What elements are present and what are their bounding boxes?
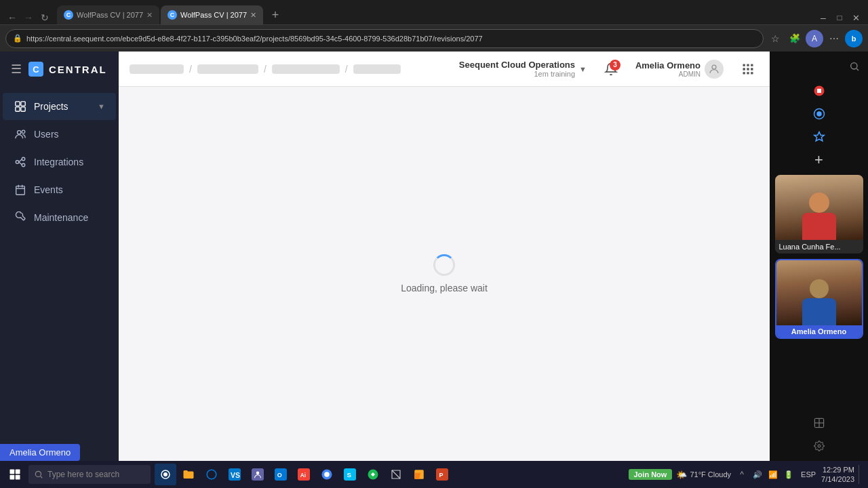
panel-add-button[interactable]: + [810, 150, 829, 169]
taskbar-right: Join Now 🌤️ 71°F Cloudy ^ 🔊 📶 🔋 ESP 12:2… [629, 465, 866, 485]
breadcrumb-sep-2: / [264, 64, 267, 75]
integrations-icon [14, 155, 27, 169]
taskbar-app-teams[interactable] [247, 464, 269, 485]
taskbar-app-acrobat[interactable]: Ai [293, 464, 315, 485]
svg-rect-22 [743, 72, 745, 74]
tray-icon-1[interactable]: ^ [735, 468, 749, 481]
taskbar-badge[interactable]: Join Now [629, 469, 673, 480]
svg-line-40 [41, 476, 43, 479]
taskbar-app-music[interactable] [362, 464, 384, 485]
svg-rect-35 [10, 470, 15, 474]
notification-badge: 3 [610, 60, 620, 70]
svg-text:Ai: Ai [300, 472, 306, 479]
taskbar-app-store[interactable]: S [339, 464, 361, 485]
sidebar-menu-toggle[interactable]: ☰ [11, 62, 22, 77]
brand-title: CENTRAL [49, 64, 107, 75]
maximize-button[interactable]: □ [833, 11, 846, 24]
user-role: ADMIN [679, 70, 701, 78]
svg-text:O: O [277, 472, 282, 479]
taskbar-app-powerpoint[interactable]: P [431, 464, 453, 485]
svg-point-42 [163, 472, 167, 476]
sidebar-item-integrations[interactable]: Integrations [3, 148, 116, 176]
apps-grid-button[interactable] [737, 58, 759, 80]
taskbar-app-cortana[interactable] [155, 464, 176, 485]
panel-icon-2[interactable] [810, 104, 829, 123]
address-bar[interactable]: 🔒 https://central.seequent.com/ebce9d5d-… [5, 29, 764, 48]
svg-rect-21 [751, 68, 753, 70]
show-desktop-button[interactable] [859, 465, 863, 484]
users-icon [14, 127, 27, 141]
taskbar-app-sticky[interactable] [408, 464, 430, 485]
tab-2[interactable]: C WolfPass CV | 2077 ✕ [161, 5, 263, 24]
tab-1[interactable]: C WolfPass CV | 2077 ✕ [57, 5, 159, 24]
sidebar-item-events[interactable]: Events [3, 176, 116, 203]
svg-rect-0 [16, 102, 20, 106]
tab-close-1[interactable]: ✕ [146, 11, 153, 20]
sidebar-item-projects[interactable]: Projects ▼ [3, 93, 116, 120]
tray-icon-network[interactable]: 🔊 [751, 468, 764, 481]
integrations-label: Integrations [34, 157, 83, 167]
close-button[interactable]: ✕ [849, 11, 863, 24]
svg-rect-20 [747, 68, 749, 70]
tray-icon-battery[interactable]: 🔋 [782, 468, 795, 481]
maintenance-label: Maintenance [34, 212, 88, 223]
events-icon [14, 183, 27, 197]
projects-icon [14, 100, 27, 113]
panel-icon-3[interactable] [810, 127, 829, 146]
luana-name: Luana Cunha Fe... [775, 240, 863, 253]
bing-icon[interactable]: b [845, 30, 863, 47]
tab-title-1: WolfPass CV | 2077 [77, 11, 143, 19]
taskbar-apps: VS O Ai S P [155, 464, 453, 485]
svg-text:VS: VS [231, 471, 240, 479]
profile-icon[interactable]: A [806, 30, 823, 47]
panel-icon-1[interactable] [810, 81, 829, 100]
panel-settings-icon[interactable] [810, 436, 829, 455]
lang-indicator[interactable]: ESP [800, 470, 817, 479]
taskbar-app-vscode[interactable]: VS [224, 464, 245, 485]
tab-favicon-1: C [64, 10, 73, 20]
svg-rect-3 [21, 107, 25, 111]
loading-text: Loading, please wait [401, 283, 488, 293]
svg-rect-23 [747, 72, 749, 74]
taskbar-app-outlook[interactable]: O [270, 464, 292, 485]
taskbar-app-files[interactable] [178, 464, 199, 485]
refresh-button[interactable]: ↻ [38, 11, 52, 24]
svg-rect-38 [16, 475, 20, 480]
svg-point-15 [712, 65, 716, 69]
more-options-icon[interactable]: ⋯ [825, 30, 843, 47]
bookmark-icon[interactable]: ☆ [766, 30, 784, 47]
taskbar-search[interactable]: Type here to search [28, 465, 151, 484]
date-display: 7/14/2023 [821, 474, 854, 484]
breadcrumb-sep-1: / [189, 64, 192, 75]
notifications-button[interactable]: 3 [600, 58, 622, 80]
org-selector[interactable]: Seequent Cloud Operations 1em training ▼ [454, 57, 592, 81]
taskbar-app-chrome[interactable] [316, 464, 338, 485]
svg-point-34 [818, 445, 821, 447]
svg-rect-1 [21, 102, 25, 106]
org-sub: 1em training [534, 70, 575, 78]
nav-bar: 🔒 https://central.seequent.com/ebce9d5d-… [0, 24, 868, 52]
start-button[interactable] [3, 464, 27, 485]
taskbar-app-snip[interactable] [385, 464, 407, 485]
svg-line-10 [19, 162, 22, 165]
taskbar-app-edge[interactable] [201, 464, 222, 485]
extension-icon[interactable]: 🧩 [786, 30, 804, 47]
svg-rect-28 [817, 89, 821, 93]
svg-rect-2 [16, 107, 20, 111]
panel-search-icon[interactable] [845, 57, 864, 76]
tray-icon-volume[interactable]: 📶 [766, 468, 780, 481]
sidebar-item-maintenance[interactable]: Maintenance [3, 204, 116, 231]
user-info: Amelia Ormeno ADMIN [635, 60, 701, 78]
minimize-button[interactable]: – [816, 11, 830, 24]
sidebar-item-users[interactable]: Users [3, 121, 116, 148]
svg-rect-36 [16, 470, 20, 474]
back-button[interactable]: ← [5, 11, 19, 24]
system-tray: ^ 🔊 📶 🔋 [735, 468, 795, 481]
new-tab-button[interactable]: + [266, 5, 285, 24]
user-menu[interactable]: Amelia Ormeno ADMIN [630, 57, 729, 81]
tab-close-2[interactable]: ✕ [250, 11, 256, 20]
forward-button[interactable]: → [22, 11, 35, 24]
svg-rect-18 [751, 64, 753, 66]
projects-chevron: ▼ [98, 102, 105, 110]
panel-layout-icon[interactable] [810, 413, 829, 432]
